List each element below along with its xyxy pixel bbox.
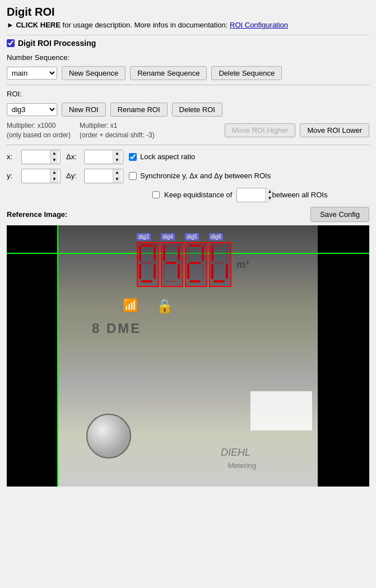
digit-area: dig3 [137, 242, 249, 287]
white-overlay [250, 391, 312, 430]
svg-rect-14 [189, 244, 201, 247]
sync-checkbox[interactable] [129, 172, 137, 180]
move-roi-lower-button[interactable]: Move ROI Lower [300, 123, 369, 137]
reference-header: Reference Image: Save Config [7, 207, 369, 222]
svg-rect-27 [213, 280, 225, 283]
metering-text: Metering [228, 461, 256, 470]
dig4-svg [162, 243, 182, 286]
x-down-arrow[interactable]: ▼ [50, 157, 58, 164]
svg-rect-23 [226, 246, 228, 261]
dx-label: Δx: [66, 152, 78, 161]
sync-label: Synchronize y, Δx and Δy between ROIs [140, 172, 271, 180]
dy-up-arrow[interactable]: ▲ [113, 169, 121, 176]
multiplier-right: Multiplier: x1 (order + decimal shift: -… [80, 121, 155, 140]
lock-aspect-label: Lock aspect ratio [140, 152, 195, 161]
dig3-svg [138, 243, 158, 286]
svg-rect-26 [226, 263, 228, 279]
multiplier-left: Multiplier: x1000 (only based on order) [7, 121, 71, 140]
dx-arrows: ▲ ▼ [113, 150, 121, 164]
section-header: Digit ROI Processing [7, 35, 369, 48]
y-up-arrow[interactable]: ▲ [50, 169, 58, 176]
svg-rect-9 [178, 246, 180, 261]
dy-label: Δy: [66, 172, 78, 180]
equidist-suffix: between all ROIs [272, 191, 327, 199]
page-title: Digit ROI [7, 6, 369, 18]
number-sequence-label: Number Sequence: [7, 53, 69, 62]
main-container: Digit ROI ► CLICK HERE for usage descrip… [0, 0, 376, 492]
svg-rect-13 [165, 280, 177, 283]
dy-down-arrow[interactable]: ▼ [113, 176, 121, 183]
section-checkbox[interactable] [7, 39, 15, 47]
section-title: Digit ROI Processing [18, 39, 96, 48]
lock-aspect-checkbox[interactable] [129, 153, 137, 161]
svg-rect-6 [141, 280, 152, 283]
roi-label-row: ROI: [7, 90, 369, 98]
equidist-checkbox[interactable] [152, 191, 160, 198]
rename-roi-button[interactable]: Rename ROI [110, 103, 168, 117]
sequence-select[interactable]: main [7, 67, 57, 80]
x-up-arrow[interactable]: ▲ [50, 150, 58, 157]
y-arrows: ▲ ▼ [50, 169, 58, 183]
svg-rect-15 [187, 246, 189, 261]
roi-label: ROI: [7, 90, 22, 98]
save-config-button[interactable]: Save Config [310, 207, 369, 222]
dy-spinbox: 85 ▲ ▼ [84, 169, 123, 183]
new-sequence-button[interactable]: New Sequence [62, 66, 126, 80]
y-spinbox: 87 ▲ ▼ [21, 169, 61, 183]
equidist-spinbox: -2 ▲ ▼ [236, 188, 267, 202]
dig4-label: dig4 [161, 233, 175, 240]
roi-move-row: Multiplier: x1000 (only based on order) … [7, 121, 369, 140]
new-roi-button[interactable]: New ROI [62, 103, 106, 117]
y-down-arrow[interactable]: ▼ [50, 176, 58, 183]
roi-section: ROI: dig3 New ROI Rename ROI Delete ROI … [7, 90, 369, 140]
reference-image-container: dig3 [7, 225, 369, 487]
equidist-input[interactable]: -2 [237, 188, 265, 202]
coords-section: x: 214 ▲ ▼ Δx: 43 ▲ ▼ Lock aspect ratio [7, 150, 369, 202]
svg-rect-1 [139, 246, 141, 261]
dx-up-arrow[interactable]: ▲ [113, 150, 121, 157]
y-input[interactable]: 87 [22, 169, 50, 183]
black-left-bar [7, 225, 58, 487]
svg-rect-19 [202, 263, 204, 279]
dig4-box [161, 242, 183, 287]
crosshair-vertical [57, 225, 58, 487]
rename-sequence-button[interactable]: Rename Sequence [130, 66, 207, 80]
sequence-controls-row: main New Sequence Rename Sequence Delete… [7, 66, 369, 80]
roi-select[interactable]: dig3 [7, 103, 57, 116]
dx-down-arrow[interactable]: ▼ [113, 157, 121, 164]
dy-input[interactable]: 85 [85, 169, 113, 183]
multiplier-left-line1: Multiplier: x1000 [7, 121, 71, 131]
x-spinbox: 214 ▲ ▼ [21, 150, 61, 164]
click-here-label: ► CLICK HERE [7, 21, 61, 29]
x-row: x: 214 ▲ ▼ Δx: 43 ▲ ▼ Lock aspect ratio [7, 150, 369, 164]
dx-spinbox: 43 ▲ ▼ [84, 150, 123, 164]
dig5-label: dig5 [185, 233, 199, 240]
knob [86, 414, 131, 459]
svg-rect-16 [202, 246, 204, 261]
reference-title: Reference Image: [7, 210, 67, 219]
meter-body: dig3 [58, 225, 318, 487]
svg-rect-0 [141, 244, 152, 247]
dig3-box [137, 242, 159, 287]
roi-controls-row: dig3 New ROI Rename ROI Delete ROI [7, 103, 369, 117]
dig5-box [185, 242, 207, 287]
equidist-row: Keep equidistance of -2 ▲ ▼ between all … [7, 188, 369, 202]
wifi-icon: 📶 [123, 298, 138, 313]
svg-rect-21 [213, 244, 225, 247]
dig3-label: dig3 [137, 233, 151, 240]
dx-input[interactable]: 43 [85, 150, 113, 164]
sync-row: Synchronize y, Δx and Δy between ROIs [129, 172, 271, 180]
digit-row: dig3 [137, 242, 249, 287]
svg-rect-17 [189, 262, 201, 264]
equidist-label: Keep equidistance of [164, 191, 232, 199]
dig4-container: dig4 [161, 242, 183, 287]
svg-rect-18 [187, 263, 189, 279]
delete-sequence-button[interactable]: Delete Sequence [211, 66, 282, 80]
x-input[interactable]: 214 [22, 150, 50, 164]
move-roi-higher-button[interactable]: Move ROI Higher [225, 123, 295, 137]
delete-roi-button[interactable]: Delete ROI [172, 103, 222, 117]
doc-link[interactable]: ROI Configuration [230, 21, 288, 29]
svg-rect-2 [154, 246, 156, 261]
number-sequence-row: Number Sequence: [7, 53, 369, 62]
svg-rect-7 [165, 244, 177, 247]
